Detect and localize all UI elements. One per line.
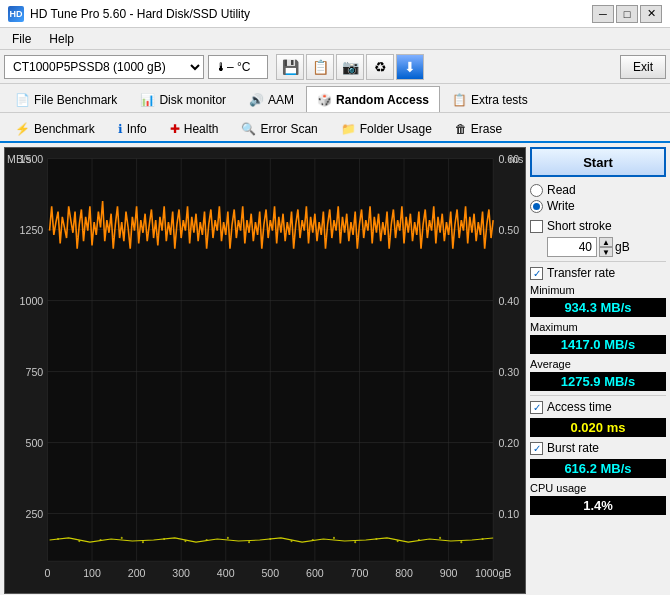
svg-point-65 [481, 538, 483, 540]
svg-point-63 [439, 537, 441, 539]
read-option[interactable]: Read [530, 183, 666, 197]
short-stroke-checkbox[interactable] [530, 220, 543, 233]
erase-icon: 🗑 [455, 122, 467, 136]
maximum-section: Maximum 1417.0 MB/s [530, 321, 666, 354]
short-stroke-item[interactable]: Short stroke [530, 219, 666, 233]
spinbox-down[interactable]: ▼ [599, 247, 613, 257]
svg-text:1000gB: 1000gB [475, 567, 512, 579]
info-icon: ℹ [118, 122, 123, 136]
access-time-label: Access time [547, 400, 612, 414]
svg-text:ms: ms [509, 153, 523, 165]
burst-rate-item[interactable]: ✓ Burst rate [530, 441, 666, 455]
svg-text:0: 0 [44, 567, 50, 579]
spinbox-up[interactable]: ▲ [599, 237, 613, 247]
svg-point-55 [269, 538, 271, 540]
toolbar-btn-2[interactable]: 📋 [306, 54, 334, 80]
access-time-item[interactable]: ✓ Access time [530, 400, 666, 414]
svg-point-61 [397, 540, 399, 542]
svg-text:500: 500 [26, 437, 44, 449]
tab-folder-usage[interactable]: 📁 Folder Usage [330, 115, 443, 141]
short-stroke-group: Short stroke [530, 219, 666, 233]
nav-row-2: ⚡ Benchmark ℹ Info ✚ Health 🔍 Error Scan… [0, 113, 670, 143]
read-write-options: Read Write [530, 181, 666, 215]
tab-error-scan[interactable]: 🔍 Error Scan [230, 115, 328, 141]
svg-point-49 [142, 541, 144, 543]
burst-rate-label: Burst rate [547, 441, 599, 455]
burst-rate-value-section: 616.2 MB/s [530, 459, 666, 478]
title-bar-controls: ─ □ ✕ [592, 5, 662, 23]
extra-tests-icon: 📋 [452, 93, 467, 107]
tab-extra-tests[interactable]: 📋 Extra tests [441, 86, 539, 112]
aam-icon: 🔊 [249, 93, 264, 107]
svg-point-47 [99, 539, 101, 541]
svg-text:0.20: 0.20 [498, 437, 519, 449]
svg-text:0.30: 0.30 [498, 366, 519, 378]
tab-aam[interactable]: 🔊 AAM [238, 86, 305, 112]
minimum-section: Minimum 934.3 MB/s [530, 284, 666, 317]
svg-point-57 [312, 539, 314, 541]
gb-label: gB [615, 240, 630, 254]
tab-file-benchmark[interactable]: 📄 File Benchmark [4, 86, 128, 112]
exit-button[interactable]: Exit [620, 55, 666, 79]
tab-random-access[interactable]: 🎲 Random Access [306, 86, 440, 112]
app-icon: HD [8, 6, 24, 22]
transfer-rate-group: ✓ Transfer rate [530, 266, 666, 280]
title-bar: HD HD Tune Pro 5.60 - Hard Disk/SSD Util… [0, 0, 670, 28]
toolbar-btn-1[interactable]: 💾 [276, 54, 304, 80]
maximize-button[interactable]: □ [616, 5, 638, 23]
svg-point-53 [227, 537, 229, 539]
temp-value: – °C [227, 60, 250, 74]
write-radio[interactable] [530, 200, 543, 213]
read-radio[interactable] [530, 184, 543, 197]
start-button[interactable]: Start [530, 147, 666, 177]
svg-point-54 [248, 541, 250, 543]
transfer-rate-label: Transfer rate [547, 266, 615, 280]
error-scan-icon: 🔍 [241, 122, 256, 136]
tab-info[interactable]: ℹ Info [107, 115, 158, 141]
svg-text:MB/s: MB/s [7, 153, 31, 165]
tab-erase[interactable]: 🗑 Erase [444, 115, 513, 141]
tab-health[interactable]: ✚ Health [159, 115, 230, 141]
svg-text:300: 300 [172, 567, 190, 579]
toolbar-btn-3[interactable]: 📷 [336, 54, 364, 80]
menu-help[interactable]: Help [41, 30, 82, 48]
maximum-value: 1417.0 MB/s [530, 335, 666, 354]
spinbox-input[interactable]: 40 [547, 237, 597, 257]
close-button[interactable]: ✕ [640, 5, 662, 23]
svg-point-59 [354, 541, 356, 543]
svg-text:700: 700 [351, 567, 369, 579]
write-option[interactable]: Write [530, 199, 666, 213]
access-time-value: 0.020 ms [530, 418, 666, 437]
burst-rate-group: ✓ Burst rate [530, 441, 666, 455]
access-time-checkbox[interactable]: ✓ [530, 401, 543, 414]
minimum-label: Minimum [530, 284, 666, 296]
svg-point-45 [57, 538, 59, 540]
minimize-button[interactable]: ─ [592, 5, 614, 23]
menu-file[interactable]: File [4, 30, 39, 48]
svg-point-60 [375, 538, 377, 540]
burst-rate-checkbox[interactable]: ✓ [530, 442, 543, 455]
minimum-value: 934.3 MB/s [530, 298, 666, 317]
disk-select[interactable]: CT1000P5PSSD8 (1000 gB) [4, 55, 204, 79]
svg-point-52 [206, 539, 208, 541]
svg-point-51 [184, 540, 186, 542]
title-bar-title: HD Tune Pro 5.60 - Hard Disk/SSD Utility [30, 7, 250, 21]
spinbox-row: 40 ▲ ▼ gB [530, 237, 666, 257]
svg-text:500: 500 [261, 567, 279, 579]
toolbar-btn-5[interactable]: ⬇ [396, 54, 424, 80]
disk-monitor-icon: 📊 [140, 93, 155, 107]
nav-row-1: 📄 File Benchmark 📊 Disk monitor 🔊 AAM 🎲 … [0, 84, 670, 113]
transfer-rate-checkbox[interactable]: ✓ [530, 267, 543, 280]
read-label: Read [547, 183, 576, 197]
transfer-rate-item[interactable]: ✓ Transfer rate [530, 266, 666, 280]
tab-disk-monitor[interactable]: 📊 Disk monitor [129, 86, 237, 112]
average-value: 1275.9 MB/s [530, 372, 666, 391]
svg-text:0.10: 0.10 [498, 508, 519, 520]
tab-benchmark[interactable]: ⚡ Benchmark [4, 115, 106, 141]
toolbar: CT1000P5PSSD8 (1000 gB) 🌡 – °C 💾 📋 📷 ♻ ⬇… [0, 50, 670, 84]
svg-text:1250: 1250 [20, 224, 44, 236]
temp-display: 🌡 – °C [208, 55, 268, 79]
chart-container: .grid-line { stroke: #333; stroke-width:… [4, 147, 526, 594]
toolbar-btn-4[interactable]: ♻ [366, 54, 394, 80]
access-time-group: ✓ Access time [530, 400, 666, 414]
